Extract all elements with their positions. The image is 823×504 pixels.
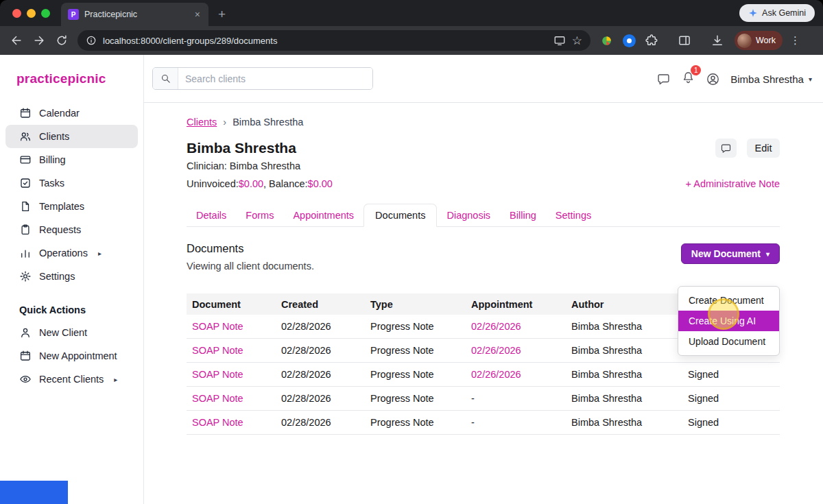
reload-button[interactable] — [52, 31, 71, 50]
messages-icon[interactable] — [656, 72, 671, 86]
header-document: Document — [187, 299, 276, 310]
ask-gemini-button[interactable]: Ask Gemini — [739, 4, 815, 22]
search-button[interactable] — [153, 68, 178, 89]
url-text: localhost:8000/client-groups/289/documen… — [103, 36, 277, 46]
breadcrumb-clients-link[interactable]: Clients — [187, 117, 217, 128]
calendar-icon — [19, 107, 32, 119]
sidebar-item-tasks[interactable]: Tasks — [5, 171, 138, 195]
tab-close-icon[interactable]: × — [193, 9, 202, 20]
tab-details[interactable]: Details — [187, 204, 236, 226]
sidebar-item-billing[interactable]: Billing — [5, 148, 138, 171]
user-name: Bimba Shrestha — [730, 73, 804, 85]
sidebar-item-recent-clients[interactable]: Recent Clients ▸ — [5, 368, 138, 391]
cast-icon[interactable] — [553, 34, 566, 47]
side-panel-icon[interactable] — [675, 31, 694, 50]
browser-menu-icon[interactable]: ⋮ — [790, 34, 800, 47]
notifications-button[interactable]: 1 — [681, 71, 695, 88]
sidebar-item-templates[interactable]: Templates — [5, 195, 138, 218]
app-logo[interactable]: practicepicnic — [0, 55, 143, 86]
new-document-button[interactable]: New Document ▾ — [681, 243, 780, 264]
app-topbar: 1 Bimba Shrestha ▾ — [144, 55, 823, 103]
created-cell: 02/28/2026 — [276, 393, 365, 404]
document-link[interactable]: SOAP Note — [187, 369, 276, 380]
uninvoiced-label: Uninvoiced: — [187, 178, 239, 189]
account-icon[interactable] — [706, 72, 720, 86]
type-cell: Progress Note — [365, 321, 466, 332]
bookmark-star-icon[interactable]: ☆ — [572, 35, 582, 47]
downloads-icon[interactable] — [708, 31, 727, 50]
credit-card-icon — [19, 154, 32, 166]
new-tab-button[interactable]: + — [218, 7, 226, 22]
bar-chart-icon — [19, 247, 32, 259]
created-cell: 02/28/2026 — [276, 369, 365, 380]
window-minimize-button[interactable] — [27, 9, 36, 18]
document-link[interactable]: SOAP Note — [187, 393, 276, 404]
gear-icon — [19, 270, 32, 283]
browser-profile-button[interactable]: Work — [735, 31, 783, 50]
sidebar-item-new-client[interactable]: New Client — [5, 321, 138, 344]
cursor-click-highlight — [708, 298, 739, 330]
address-bar[interactable]: localhost:8000/client-groups/289/documen… — [77, 30, 591, 51]
client-chat-button[interactable] — [715, 139, 737, 158]
balance-value[interactable]: $0.00 — [308, 178, 333, 189]
title-row: Bimba Shrestha Edit — [187, 138, 780, 158]
administrative-note-link[interactable]: + Administrative Note — [686, 178, 780, 189]
breadcrumb-current: Bimba Shrestha — [232, 117, 303, 128]
sidebar-item-requests[interactable]: Requests — [5, 218, 138, 241]
status-cell: Signed — [682, 369, 744, 380]
window-close-button[interactable] — [12, 9, 21, 18]
tab-documents[interactable]: Documents — [363, 204, 437, 227]
sidebar-item-clients[interactable]: Clients — [5, 125, 138, 148]
chevron-down-icon: ▾ — [809, 75, 812, 83]
section-subtitle: Viewing all client documents. — [187, 261, 314, 272]
sidebar-item-new-appointment[interactable]: New Appointment — [5, 344, 138, 368]
tab-appointments[interactable]: Appointments — [283, 204, 363, 226]
search-icon — [160, 73, 171, 84]
appointment-link[interactable]: 02/26/2026 — [466, 321, 566, 332]
site-info-icon[interactable] — [86, 35, 97, 46]
documents-section-header: Documents Viewing all client documents. … — [187, 242, 780, 272]
document-link[interactable]: SOAP Note — [187, 417, 276, 428]
window-controls — [0, 9, 61, 18]
users-icon — [19, 130, 32, 143]
type-cell: Progress Note — [365, 393, 466, 404]
window-zoom-button[interactable] — [41, 9, 50, 18]
clinician-line: Clinician: Bimba Shrestha — [187, 160, 780, 171]
person-icon — [19, 326, 32, 339]
breadcrumb: Clients › Bimba Shrestha — [187, 117, 780, 128]
status-cell: Signed — [682, 393, 744, 404]
back-button[interactable] — [7, 31, 26, 50]
edit-client-button[interactable]: Edit — [747, 139, 780, 158]
type-cell: Progress Note — [365, 345, 466, 356]
forward-button[interactable] — [29, 31, 49, 50]
created-cell: 02/28/2026 — [276, 417, 365, 428]
user-menu[interactable]: Bimba Shrestha ▾ — [730, 73, 812, 85]
sidebar-item-calendar[interactable]: Calendar — [5, 101, 138, 125]
menu-item-upload-document[interactable]: Upload Document — [678, 331, 779, 352]
table-row: SOAP Note 02/28/2026 Progress Note - Bim… — [187, 411, 780, 435]
gemini-sparkle-icon — [748, 8, 758, 18]
chevron-right-icon: ▸ — [114, 376, 117, 383]
header-author: Author — [566, 299, 682, 310]
tab-settings[interactable]: Settings — [546, 204, 601, 226]
uninvoiced-value[interactable]: $0.00 — [239, 178, 263, 189]
browser-tab[interactable]: P Practicepicnic × — [61, 3, 208, 26]
tab-billing[interactable]: Billing — [500, 204, 546, 226]
appointment-link[interactable]: 02/26/2026 — [466, 369, 566, 380]
tab-diagnosis[interactable]: Diagnosis — [437, 204, 500, 226]
sidebar-item-settings[interactable]: Settings — [5, 265, 138, 288]
extensions-puzzle-icon[interactable] — [642, 31, 661, 50]
status-cell: Signed — [682, 417, 744, 428]
tab-forms[interactable]: Forms — [236, 204, 283, 226]
sidebar-item-operations[interactable]: Operations ▸ — [5, 241, 138, 265]
browser-window: P Practicepicnic × + Ask Gemini localhos… — [0, 0, 823, 504]
header-type: Type — [365, 299, 466, 310]
page-content: Clients › Bimba Shrestha Bimba Shrestha … — [187, 117, 780, 435]
extension-colorful-icon[interactable] — [597, 31, 616, 50]
extension-blue-icon[interactable] — [619, 31, 639, 50]
document-link[interactable]: SOAP Note — [187, 345, 276, 356]
appointment-link[interactable]: 02/26/2026 — [466, 345, 566, 356]
document-link[interactable]: SOAP Note — [187, 321, 276, 332]
page-title: Bimba Shrestha — [187, 140, 296, 156]
search-input[interactable] — [178, 68, 372, 89]
